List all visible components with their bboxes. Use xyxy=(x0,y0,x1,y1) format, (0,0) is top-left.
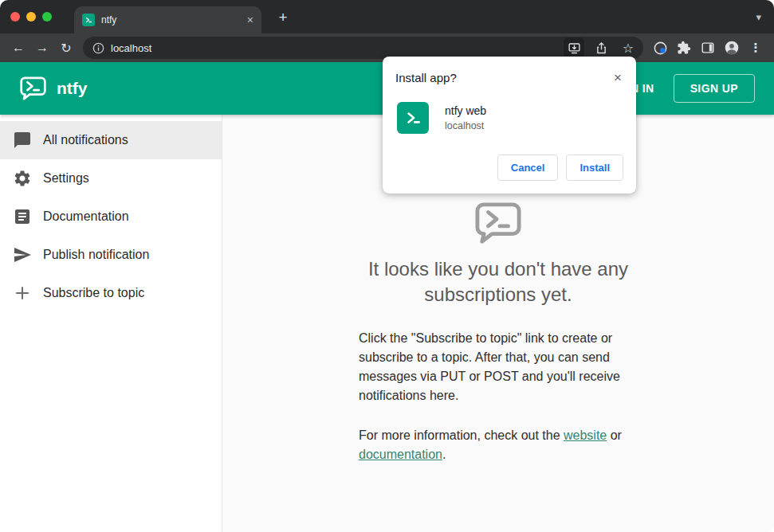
new-tab-button[interactable]: + xyxy=(273,6,293,27)
titlebar: ntfy × + ▾ xyxy=(0,0,774,33)
send-icon xyxy=(13,245,32,264)
dialog-close-icon[interactable]: × xyxy=(612,71,623,84)
sidebar-item-label: Documentation xyxy=(43,209,129,224)
plus-icon xyxy=(13,284,32,303)
sign-up-button[interactable]: SIGN UP xyxy=(674,74,755,103)
ntfy-empty-state-icon xyxy=(473,201,524,247)
book-icon xyxy=(13,207,32,226)
sidebar: All notifications Settings Documentation xyxy=(0,115,222,532)
dialog-app-origin: localhost xyxy=(445,120,486,131)
more-info-suffix: . xyxy=(442,448,446,461)
browser-tab-ntfy[interactable]: ntfy × xyxy=(74,6,261,33)
sidebar-item-documentation[interactable]: Documentation xyxy=(0,198,222,236)
cancel-button[interactable]: Cancel xyxy=(497,155,559,181)
zoom-window-button[interactable] xyxy=(42,12,52,22)
share-icon[interactable] xyxy=(591,37,611,58)
site-info-icon[interactable] xyxy=(92,42,104,54)
gear-icon xyxy=(13,169,32,188)
back-button[interactable]: ← xyxy=(8,37,29,58)
password-manager-extension-icon[interactable] xyxy=(649,37,671,59)
browser-menu-icon[interactable]: ⋮ xyxy=(745,37,767,59)
tab-close-icon[interactable]: × xyxy=(247,14,253,25)
install-button[interactable]: Install xyxy=(566,155,623,181)
ntfy-logo-icon xyxy=(19,76,47,102)
tab-search-chevron-icon[interactable]: ▾ xyxy=(756,11,761,23)
url-text: localhost xyxy=(111,42,557,54)
chat-bubble-icon xyxy=(13,131,32,150)
documentation-link[interactable]: documentation xyxy=(359,448,442,461)
dialog-app-row: ntfy web localhost xyxy=(397,102,623,134)
profile-avatar[interactable] xyxy=(721,37,743,59)
side-panel-icon[interactable] xyxy=(697,37,719,59)
address-bar[interactable]: localhost ☆ xyxy=(83,37,643,59)
sidebar-item-all-notifications[interactable]: All notifications xyxy=(0,121,222,159)
website-link[interactable]: website xyxy=(564,428,607,442)
sidebar-item-label: Publish notification xyxy=(43,248,149,262)
sidebar-item-label: Settings xyxy=(43,171,89,186)
empty-state-heading: It looks like you don't have any subscri… xyxy=(331,256,666,308)
bookmark-star-icon[interactable]: ☆ xyxy=(618,37,638,58)
traffic-lights xyxy=(10,12,52,22)
sidebar-item-publish-notification[interactable]: Publish notification xyxy=(0,236,222,274)
empty-state-more-info: For more information, check out the webs… xyxy=(359,426,638,464)
dialog-app-name: ntfy web xyxy=(445,104,486,117)
close-window-button[interactable] xyxy=(10,12,20,22)
extensions-puzzle-icon[interactable] xyxy=(673,37,695,59)
dialog-title: Install app? xyxy=(395,71,612,84)
reload-button[interactable]: ↻ xyxy=(56,37,77,58)
tab-title: ntfy xyxy=(101,14,241,25)
sidebar-item-subscribe-to-topic[interactable]: Subscribe to topic xyxy=(0,274,222,312)
browser-window: ntfy × + ▾ ← → ↻ localhost xyxy=(0,0,774,532)
ntfy-app-icon xyxy=(397,102,429,134)
ntfy-favicon-icon xyxy=(82,14,95,26)
sidebar-item-settings[interactable]: Settings xyxy=(0,159,222,198)
install-app-icon[interactable] xyxy=(564,37,584,58)
brand-name: ntfy xyxy=(57,79,88,98)
sidebar-item-label: All notifications xyxy=(43,133,128,147)
more-info-prefix: For more information, check out the xyxy=(359,428,564,442)
install-app-dialog: Install app? × ntfy web localhost Cancel… xyxy=(383,57,636,194)
forward-button[interactable]: → xyxy=(32,37,53,58)
empty-state-paragraph: Click the "Subscribe to topic" link to c… xyxy=(359,329,638,405)
minimize-window-button[interactable] xyxy=(26,12,36,22)
sidebar-item-label: Subscribe to topic xyxy=(43,286,144,300)
more-info-middle: or xyxy=(607,428,622,442)
